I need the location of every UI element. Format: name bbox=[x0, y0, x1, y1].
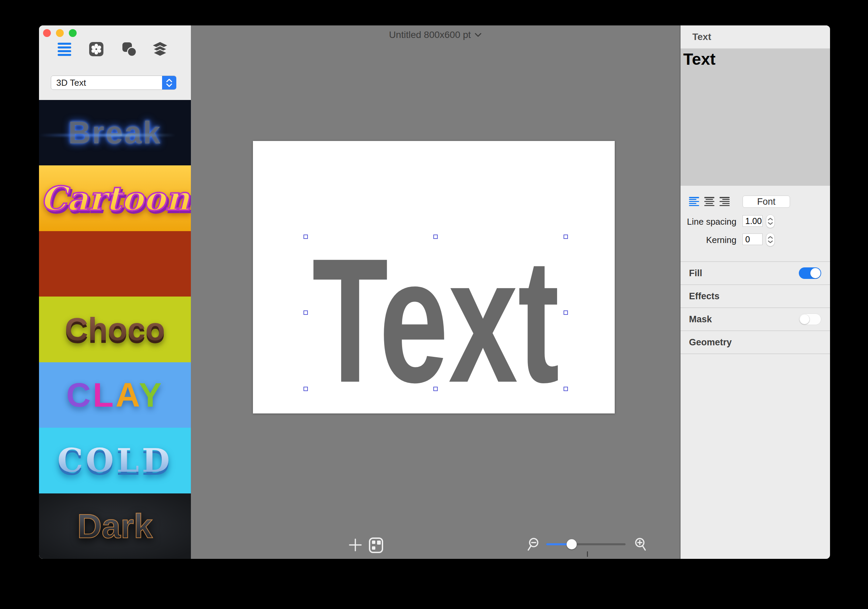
preset-letter: L bbox=[93, 376, 116, 414]
templates-icon bbox=[369, 537, 383, 553]
style-category-value: 3D Text bbox=[51, 77, 162, 88]
text-selection-box[interactable]: Text bbox=[306, 237, 566, 389]
resize-handle-middle-left[interactable] bbox=[304, 311, 308, 315]
style-category-dropdown[interactable]: 3D Text bbox=[51, 76, 176, 90]
plus-icon bbox=[349, 538, 362, 552]
mask-toggle-knob bbox=[800, 314, 810, 324]
kerning-label: Kerning bbox=[680, 235, 736, 245]
line-spacing-input[interactable] bbox=[742, 215, 763, 227]
section-geometry[interactable]: Geometry bbox=[680, 331, 830, 354]
dropdown-stepper-icon[interactable] bbox=[162, 76, 176, 90]
window-close-button[interactable] bbox=[43, 29, 51, 37]
resize-handle-top-left[interactable] bbox=[304, 235, 308, 239]
preset-list: BreakCartoonCheeseChocoCLAYCOLDDark bbox=[39, 100, 191, 559]
preset-letter: C bbox=[66, 376, 93, 414]
templates-button[interactable] bbox=[368, 537, 384, 554]
canvas-text-object[interactable]: Text bbox=[306, 213, 566, 428]
document-title-bar[interactable]: Untitled 800x600 pt bbox=[191, 29, 680, 40]
sidebar: 3D Text BreakCartoonCheeseChocoCLAYCOLDD… bbox=[39, 25, 191, 559]
zoom-100-tick bbox=[587, 552, 588, 557]
preset-label-dark: Dark bbox=[77, 507, 153, 546]
line-spacing-label: Line spacing bbox=[680, 216, 736, 227]
layers-icon bbox=[152, 41, 168, 57]
document-title: Untitled 800x600 pt bbox=[389, 29, 471, 40]
resize-handle-bottom-left[interactable] bbox=[304, 387, 308, 391]
list-icon bbox=[57, 43, 71, 56]
resize-handle-bottom-right[interactable] bbox=[564, 387, 568, 391]
window-zoom-button[interactable] bbox=[69, 29, 77, 37]
window-minimize-button[interactable] bbox=[56, 29, 64, 37]
fill-toggle[interactable] bbox=[799, 267, 821, 279]
kerning-stepper[interactable] bbox=[766, 233, 775, 246]
section-fill[interactable]: Fill bbox=[680, 261, 830, 284]
zoom-slider[interactable] bbox=[546, 543, 626, 545]
preset-label-cheese: Cheese bbox=[57, 245, 172, 282]
alignment-controls: Font bbox=[680, 196, 830, 208]
zoom-in-button[interactable] bbox=[632, 537, 646, 552]
preset-label-choco: Choco bbox=[65, 311, 165, 348]
resize-handle-bottom-middle[interactable] bbox=[433, 387, 438, 391]
tab-content-list[interactable] bbox=[57, 41, 72, 57]
resize-handle-middle-right[interactable] bbox=[564, 311, 568, 315]
tab-shapes[interactable] bbox=[121, 41, 137, 57]
preset-item-break[interactable]: Break bbox=[39, 100, 191, 165]
align-left-button[interactable] bbox=[689, 197, 699, 206]
inspector-sections: FillEffectsMaskGeometry bbox=[680, 261, 830, 354]
zoom-slider-knob[interactable] bbox=[567, 539, 577, 549]
align-right-button[interactable] bbox=[719, 197, 730, 206]
zoom-in-icon bbox=[632, 537, 646, 552]
preset-item-clay[interactable]: CLAY bbox=[39, 362, 191, 428]
fill-toggle-knob bbox=[811, 268, 820, 278]
preset-letter: Y bbox=[139, 376, 164, 414]
line-spacing-stepper[interactable] bbox=[766, 215, 775, 228]
section-mask[interactable]: Mask bbox=[680, 308, 830, 331]
preset-label-break: Break bbox=[68, 115, 162, 150]
preset-label-cartoon: Cartoon bbox=[40, 179, 189, 218]
preset-item-cold[interactable]: COLD bbox=[39, 428, 191, 493]
resize-handle-top-middle[interactable] bbox=[433, 235, 438, 239]
preset-item-dark[interactable]: Dark bbox=[39, 493, 191, 559]
preset-item-cheese[interactable]: Cheese bbox=[39, 231, 191, 297]
inspector-title: Text bbox=[680, 31, 711, 42]
section-label-mask: Mask bbox=[680, 314, 712, 325]
canvas-area[interactable]: Untitled 800x600 pt Text bbox=[191, 25, 680, 559]
tab-effects[interactable] bbox=[88, 41, 104, 57]
font-button[interactable]: Font bbox=[742, 196, 790, 208]
add-object-button[interactable] bbox=[348, 538, 363, 552]
resize-handle-top-right[interactable] bbox=[564, 235, 568, 239]
gear-icon bbox=[88, 41, 104, 57]
preset-item-choco[interactable]: Choco bbox=[39, 297, 191, 362]
inspector-panel: Text Text Font Line spacing Kerning bbox=[680, 25, 830, 559]
zoom-out-icon bbox=[528, 537, 542, 552]
text-content-value[interactable]: Text bbox=[683, 50, 715, 68]
preset-letter: A bbox=[116, 376, 139, 414]
section-label-effects: Effects bbox=[680, 291, 719, 301]
kerning-input[interactable] bbox=[742, 233, 763, 245]
sidebar-toolbar: 3D Text bbox=[39, 25, 191, 100]
chevron-down-icon bbox=[474, 32, 482, 37]
app-window: Untitled 800x600 pt Text bbox=[39, 25, 830, 559]
shapes-icon bbox=[121, 41, 137, 57]
zoom-out-button[interactable] bbox=[528, 537, 542, 552]
break-glow-decoration bbox=[39, 134, 191, 136]
align-center-button[interactable] bbox=[704, 197, 715, 206]
section-effects[interactable]: Effects bbox=[680, 284, 830, 308]
preset-item-cartoon[interactable]: Cartoon bbox=[39, 165, 191, 231]
document-page[interactable]: Text bbox=[253, 141, 615, 413]
inspector-header: Text bbox=[680, 25, 830, 48]
kerning-row: Kerning bbox=[680, 233, 830, 246]
text-content-area[interactable]: Text bbox=[680, 48, 830, 186]
preset-label-cold: COLD bbox=[57, 442, 173, 479]
section-label-geometry: Geometry bbox=[680, 337, 732, 348]
tab-layers[interactable] bbox=[152, 41, 168, 57]
preset-label-clay: CLAY bbox=[66, 376, 163, 414]
section-label-fill: Fill bbox=[680, 268, 702, 278]
mask-toggle[interactable] bbox=[799, 314, 821, 325]
line-spacing-row: Line spacing bbox=[680, 215, 830, 228]
